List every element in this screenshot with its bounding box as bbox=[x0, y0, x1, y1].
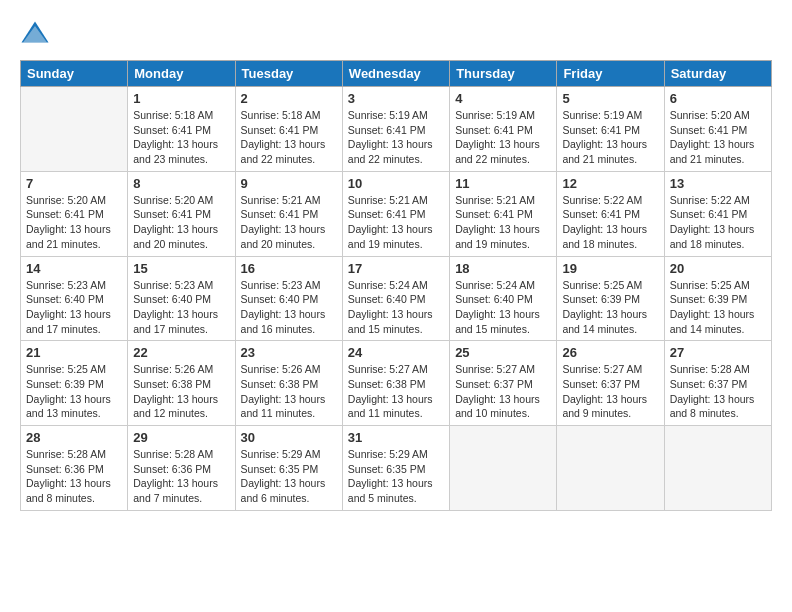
calendar-cell: 7Sunrise: 5:20 AMSunset: 6:41 PMDaylight… bbox=[21, 171, 128, 256]
day-of-week-header: Thursday bbox=[450, 61, 557, 87]
day-of-week-header: Friday bbox=[557, 61, 664, 87]
logo-icon bbox=[20, 20, 50, 50]
calendar-cell: 27Sunrise: 5:28 AMSunset: 6:37 PMDayligh… bbox=[664, 341, 771, 426]
day-number: 29 bbox=[133, 430, 229, 445]
day-info: Sunrise: 5:18 AMSunset: 6:41 PMDaylight:… bbox=[133, 108, 229, 167]
day-info: Sunrise: 5:23 AMSunset: 6:40 PMDaylight:… bbox=[241, 278, 337, 337]
day-number: 23 bbox=[241, 345, 337, 360]
calendar-cell: 23Sunrise: 5:26 AMSunset: 6:38 PMDayligh… bbox=[235, 341, 342, 426]
day-info: Sunrise: 5:27 AMSunset: 6:37 PMDaylight:… bbox=[455, 362, 551, 421]
calendar-cell: 22Sunrise: 5:26 AMSunset: 6:38 PMDayligh… bbox=[128, 341, 235, 426]
day-number: 17 bbox=[348, 261, 444, 276]
day-info: Sunrise: 5:25 AMSunset: 6:39 PMDaylight:… bbox=[26, 362, 122, 421]
day-info: Sunrise: 5:25 AMSunset: 6:39 PMDaylight:… bbox=[670, 278, 766, 337]
week-row: 21Sunrise: 5:25 AMSunset: 6:39 PMDayligh… bbox=[21, 341, 772, 426]
calendar-cell: 10Sunrise: 5:21 AMSunset: 6:41 PMDayligh… bbox=[342, 171, 449, 256]
day-number: 15 bbox=[133, 261, 229, 276]
day-number: 7 bbox=[26, 176, 122, 191]
calendar-cell: 30Sunrise: 5:29 AMSunset: 6:35 PMDayligh… bbox=[235, 426, 342, 511]
day-number: 25 bbox=[455, 345, 551, 360]
calendar-cell bbox=[664, 426, 771, 511]
day-info: Sunrise: 5:20 AMSunset: 6:41 PMDaylight:… bbox=[133, 193, 229, 252]
day-number: 13 bbox=[670, 176, 766, 191]
calendar-cell: 20Sunrise: 5:25 AMSunset: 6:39 PMDayligh… bbox=[664, 256, 771, 341]
calendar-cell: 24Sunrise: 5:27 AMSunset: 6:38 PMDayligh… bbox=[342, 341, 449, 426]
day-number: 28 bbox=[26, 430, 122, 445]
day-number: 20 bbox=[670, 261, 766, 276]
calendar-cell: 2Sunrise: 5:18 AMSunset: 6:41 PMDaylight… bbox=[235, 87, 342, 172]
day-info: Sunrise: 5:28 AMSunset: 6:36 PMDaylight:… bbox=[26, 447, 122, 506]
calendar-cell: 31Sunrise: 5:29 AMSunset: 6:35 PMDayligh… bbox=[342, 426, 449, 511]
calendar: SundayMondayTuesdayWednesdayThursdayFrid… bbox=[20, 60, 772, 511]
day-number: 31 bbox=[348, 430, 444, 445]
day-info: Sunrise: 5:19 AMSunset: 6:41 PMDaylight:… bbox=[562, 108, 658, 167]
day-number: 12 bbox=[562, 176, 658, 191]
day-number: 21 bbox=[26, 345, 122, 360]
day-number: 16 bbox=[241, 261, 337, 276]
day-number: 8 bbox=[133, 176, 229, 191]
day-of-week-header: Tuesday bbox=[235, 61, 342, 87]
calendar-cell: 26Sunrise: 5:27 AMSunset: 6:37 PMDayligh… bbox=[557, 341, 664, 426]
day-info: Sunrise: 5:25 AMSunset: 6:39 PMDaylight:… bbox=[562, 278, 658, 337]
svg-marker-1 bbox=[23, 26, 47, 43]
calendar-cell: 29Sunrise: 5:28 AMSunset: 6:36 PMDayligh… bbox=[128, 426, 235, 511]
calendar-cell: 8Sunrise: 5:20 AMSunset: 6:41 PMDaylight… bbox=[128, 171, 235, 256]
page-header bbox=[20, 20, 772, 50]
calendar-cell: 12Sunrise: 5:22 AMSunset: 6:41 PMDayligh… bbox=[557, 171, 664, 256]
day-info: Sunrise: 5:27 AMSunset: 6:37 PMDaylight:… bbox=[562, 362, 658, 421]
week-row: 28Sunrise: 5:28 AMSunset: 6:36 PMDayligh… bbox=[21, 426, 772, 511]
day-info: Sunrise: 5:26 AMSunset: 6:38 PMDaylight:… bbox=[241, 362, 337, 421]
calendar-cell: 13Sunrise: 5:22 AMSunset: 6:41 PMDayligh… bbox=[664, 171, 771, 256]
day-number: 14 bbox=[26, 261, 122, 276]
day-info: Sunrise: 5:20 AMSunset: 6:41 PMDaylight:… bbox=[670, 108, 766, 167]
calendar-cell: 5Sunrise: 5:19 AMSunset: 6:41 PMDaylight… bbox=[557, 87, 664, 172]
day-number: 9 bbox=[241, 176, 337, 191]
day-number: 26 bbox=[562, 345, 658, 360]
calendar-header-row: SundayMondayTuesdayWednesdayThursdayFrid… bbox=[21, 61, 772, 87]
day-info: Sunrise: 5:21 AMSunset: 6:41 PMDaylight:… bbox=[241, 193, 337, 252]
calendar-cell bbox=[21, 87, 128, 172]
day-of-week-header: Wednesday bbox=[342, 61, 449, 87]
day-number: 5 bbox=[562, 91, 658, 106]
week-row: 14Sunrise: 5:23 AMSunset: 6:40 PMDayligh… bbox=[21, 256, 772, 341]
calendar-cell: 6Sunrise: 5:20 AMSunset: 6:41 PMDaylight… bbox=[664, 87, 771, 172]
day-info: Sunrise: 5:29 AMSunset: 6:35 PMDaylight:… bbox=[241, 447, 337, 506]
calendar-cell: 19Sunrise: 5:25 AMSunset: 6:39 PMDayligh… bbox=[557, 256, 664, 341]
calendar-cell bbox=[557, 426, 664, 511]
week-row: 1Sunrise: 5:18 AMSunset: 6:41 PMDaylight… bbox=[21, 87, 772, 172]
day-info: Sunrise: 5:18 AMSunset: 6:41 PMDaylight:… bbox=[241, 108, 337, 167]
day-info: Sunrise: 5:22 AMSunset: 6:41 PMDaylight:… bbox=[562, 193, 658, 252]
day-number: 3 bbox=[348, 91, 444, 106]
day-info: Sunrise: 5:26 AMSunset: 6:38 PMDaylight:… bbox=[133, 362, 229, 421]
day-info: Sunrise: 5:24 AMSunset: 6:40 PMDaylight:… bbox=[348, 278, 444, 337]
day-number: 24 bbox=[348, 345, 444, 360]
day-info: Sunrise: 5:23 AMSunset: 6:40 PMDaylight:… bbox=[133, 278, 229, 337]
week-row: 7Sunrise: 5:20 AMSunset: 6:41 PMDaylight… bbox=[21, 171, 772, 256]
calendar-cell bbox=[450, 426, 557, 511]
day-number: 1 bbox=[133, 91, 229, 106]
day-info: Sunrise: 5:19 AMSunset: 6:41 PMDaylight:… bbox=[348, 108, 444, 167]
day-info: Sunrise: 5:24 AMSunset: 6:40 PMDaylight:… bbox=[455, 278, 551, 337]
calendar-cell: 3Sunrise: 5:19 AMSunset: 6:41 PMDaylight… bbox=[342, 87, 449, 172]
day-of-week-header: Sunday bbox=[21, 61, 128, 87]
day-info: Sunrise: 5:22 AMSunset: 6:41 PMDaylight:… bbox=[670, 193, 766, 252]
calendar-cell: 1Sunrise: 5:18 AMSunset: 6:41 PMDaylight… bbox=[128, 87, 235, 172]
day-info: Sunrise: 5:29 AMSunset: 6:35 PMDaylight:… bbox=[348, 447, 444, 506]
day-number: 6 bbox=[670, 91, 766, 106]
calendar-cell: 14Sunrise: 5:23 AMSunset: 6:40 PMDayligh… bbox=[21, 256, 128, 341]
day-number: 10 bbox=[348, 176, 444, 191]
calendar-cell: 9Sunrise: 5:21 AMSunset: 6:41 PMDaylight… bbox=[235, 171, 342, 256]
calendar-cell: 17Sunrise: 5:24 AMSunset: 6:40 PMDayligh… bbox=[342, 256, 449, 341]
day-info: Sunrise: 5:23 AMSunset: 6:40 PMDaylight:… bbox=[26, 278, 122, 337]
calendar-cell: 18Sunrise: 5:24 AMSunset: 6:40 PMDayligh… bbox=[450, 256, 557, 341]
day-number: 19 bbox=[562, 261, 658, 276]
day-info: Sunrise: 5:28 AMSunset: 6:36 PMDaylight:… bbox=[133, 447, 229, 506]
day-info: Sunrise: 5:21 AMSunset: 6:41 PMDaylight:… bbox=[348, 193, 444, 252]
calendar-cell: 21Sunrise: 5:25 AMSunset: 6:39 PMDayligh… bbox=[21, 341, 128, 426]
calendar-cell: 25Sunrise: 5:27 AMSunset: 6:37 PMDayligh… bbox=[450, 341, 557, 426]
calendar-cell: 16Sunrise: 5:23 AMSunset: 6:40 PMDayligh… bbox=[235, 256, 342, 341]
calendar-cell: 4Sunrise: 5:19 AMSunset: 6:41 PMDaylight… bbox=[450, 87, 557, 172]
day-number: 4 bbox=[455, 91, 551, 106]
day-number: 30 bbox=[241, 430, 337, 445]
day-info: Sunrise: 5:27 AMSunset: 6:38 PMDaylight:… bbox=[348, 362, 444, 421]
